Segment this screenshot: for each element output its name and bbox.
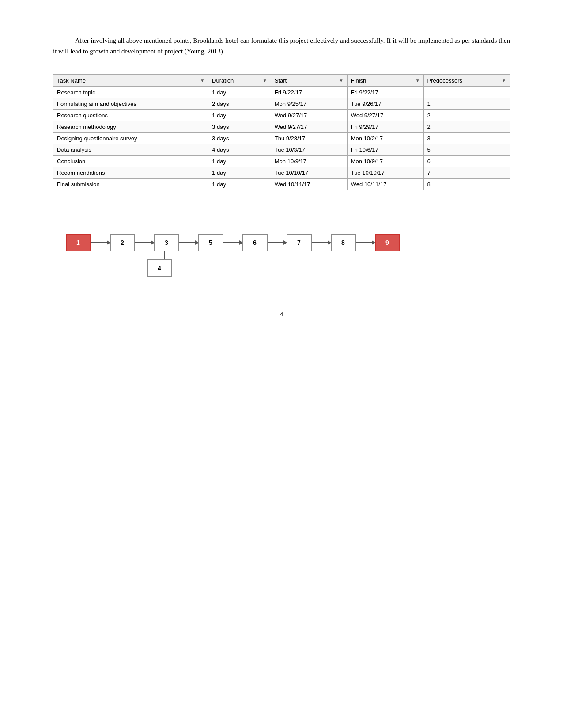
table-row: Formulating aim and objectives2 daysMon …: [53, 98, 510, 110]
table-row: Data analysis4 daysTue 10/3/17Fri 10/6/1…: [53, 144, 510, 156]
th-task-name[interactable]: Task Name ▼: [53, 75, 208, 87]
th-start[interactable]: Start ▼: [271, 75, 347, 87]
node-8-label: 8: [341, 239, 345, 246]
node-6-label: 6: [253, 239, 257, 246]
cell-task_name-5: Data analysis: [53, 144, 208, 156]
node-9-label: 9: [385, 239, 389, 246]
svg-marker-13: [372, 240, 375, 245]
cell-finish-7: Tue 10/10/17: [347, 167, 423, 179]
svg-marker-3: [151, 240, 155, 245]
node-4-label: 4: [158, 265, 161, 272]
network-diagram: 1 2 3 4 5 6 7 8 9: [57, 212, 411, 283]
cell-predecessors-7: 7: [423, 167, 510, 179]
cell-predecessors-1: 1: [423, 98, 510, 110]
cell-task_name-2: Research questions: [53, 110, 208, 121]
table-row: Research topic1 dayFri 9/22/17Fri 9/22/1…: [53, 87, 510, 98]
network-section: 1 2 3 4 5 6 7 8 9: [53, 212, 510, 285]
cell-task_name-1: Formulating aim and objectives: [53, 98, 208, 110]
cell-finish-8: Wed 10/11/17: [347, 179, 423, 190]
cell-task_name-3: Research methodology: [53, 121, 208, 133]
table-row: Recommendations1 dayTue 10/10/17Tue 10/1…: [53, 167, 510, 179]
cell-predecessors-6: 6: [423, 156, 510, 167]
page-number: 4: [53, 311, 510, 318]
project-table: Task Name ▼ Duration ▼ Start ▼: [53, 74, 510, 190]
cell-finish-3: Fri 9/29/17: [347, 121, 423, 133]
cell-start-3: Wed 9/27/17: [271, 121, 347, 133]
cell-task_name-8: Final submission: [53, 179, 208, 190]
cell-start-1: Mon 9/25/17: [271, 98, 347, 110]
node-3-label: 3: [165, 239, 168, 246]
cell-start-8: Wed 10/11/17: [271, 179, 347, 190]
cell-start-6: Mon 10/9/17: [271, 156, 347, 167]
th-finish[interactable]: Finish ▼: [347, 75, 423, 87]
cell-start-4: Thu 9/28/17: [271, 133, 347, 144]
cell-task_name-6: Conclusion: [53, 156, 208, 167]
cell-predecessors-0: [423, 87, 510, 98]
cell-duration-1: 2 days: [208, 98, 271, 110]
cell-duration-6: 1 day: [208, 156, 271, 167]
cell-task_name-7: Recommendations: [53, 167, 208, 179]
node-1-label: 1: [76, 239, 80, 246]
table-row: Research methodology3 daysWed 9/27/17Fri…: [53, 121, 510, 133]
cell-predecessors-8: 8: [423, 179, 510, 190]
cell-duration-4: 3 days: [208, 133, 271, 144]
cell-predecessors-4: 3: [423, 133, 510, 144]
svg-marker-5: [195, 240, 199, 245]
table-row: Final submission1 dayWed 10/11/17Wed 10/…: [53, 179, 510, 190]
sort-arrow-predecessors: ▼: [502, 78, 506, 83]
cell-finish-6: Mon 10/9/17: [347, 156, 423, 167]
cell-duration-7: 1 day: [208, 167, 271, 179]
svg-marker-11: [328, 240, 331, 245]
svg-marker-1: [107, 240, 110, 245]
th-predecessors[interactable]: Predecessors ▼: [423, 75, 510, 87]
svg-marker-7: [239, 240, 243, 245]
svg-marker-9: [283, 240, 287, 245]
cell-duration-2: 1 day: [208, 110, 271, 121]
page: After involving all above mentioned poin…: [0, 0, 563, 728]
cell-duration-8: 1 day: [208, 179, 271, 190]
cell-duration-5: 4 days: [208, 144, 271, 156]
sort-arrow-task: ▼: [200, 78, 204, 83]
cell-start-7: Tue 10/10/17: [271, 167, 347, 179]
table-row: Conclusion1 dayMon 10/9/17Mon 10/9/176: [53, 156, 510, 167]
cell-duration-0: 1 day: [208, 87, 271, 98]
intro-paragraph: After involving all above mentioned poin…: [53, 35, 510, 56]
cell-finish-1: Tue 9/26/17: [347, 98, 423, 110]
cell-predecessors-3: 2: [423, 121, 510, 133]
cell-finish-4: Mon 10/2/17: [347, 133, 423, 144]
cell-finish-2: Wed 9/27/17: [347, 110, 423, 121]
table-row: Research questions1 dayWed 9/27/17Wed 9/…: [53, 110, 510, 121]
cell-start-2: Wed 9/27/17: [271, 110, 347, 121]
cell-finish-5: Fri 10/6/17: [347, 144, 423, 156]
cell-task_name-0: Research topic: [53, 87, 208, 98]
sort-arrow-finish: ▼: [416, 78, 420, 83]
cell-predecessors-2: 2: [423, 110, 510, 121]
sort-arrow-start: ▼: [339, 78, 344, 83]
th-duration[interactable]: Duration ▼: [208, 75, 271, 87]
node-7-label: 7: [297, 239, 301, 246]
paragraph-text: After involving all above mentioned poin…: [53, 37, 510, 55]
node-5-label: 5: [209, 239, 212, 246]
cell-start-0: Fri 9/22/17: [271, 87, 347, 98]
sort-arrow-duration: ▼: [263, 78, 267, 83]
node-2-label: 2: [121, 239, 124, 246]
cell-predecessors-5: 5: [423, 144, 510, 156]
cell-task_name-4: Designing questionnaire survey: [53, 133, 208, 144]
cell-start-5: Tue 10/3/17: [271, 144, 347, 156]
cell-duration-3: 3 days: [208, 121, 271, 133]
table-row: Designing questionnaire survey3 daysThu …: [53, 133, 510, 144]
table-header-row: Task Name ▼ Duration ▼ Start ▼: [53, 75, 510, 87]
cell-finish-0: Fri 9/22/17: [347, 87, 423, 98]
table-section: Task Name ▼ Duration ▼ Start ▼: [53, 74, 510, 190]
